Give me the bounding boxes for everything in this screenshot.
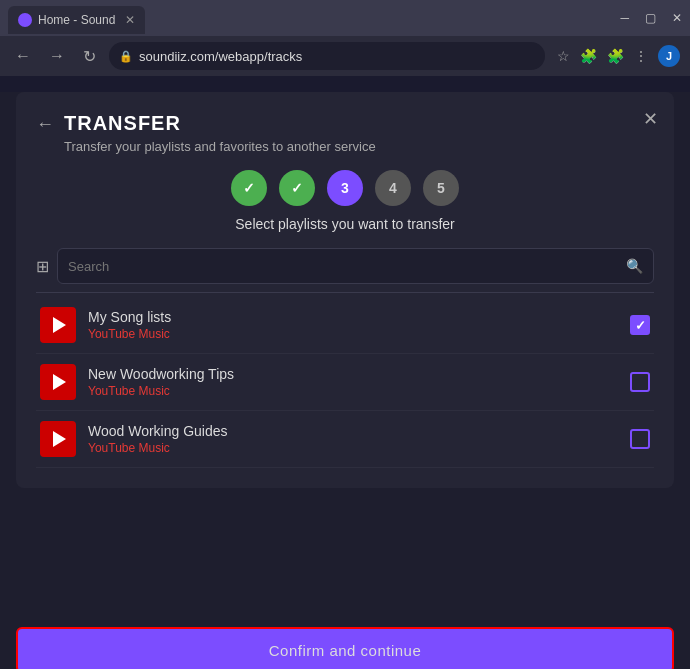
playlist-checkbox[interactable] [630, 429, 650, 449]
menu-icon[interactable]: ⋮ [634, 48, 648, 64]
extension1-icon[interactable]: 🧩 [580, 48, 597, 64]
back-nav-icon[interactable]: ← [10, 45, 36, 67]
playlist-name: Wood Working Guides [88, 423, 618, 439]
playlist-thumbnail [40, 421, 76, 457]
bottom-bar: Confirm and continue [0, 615, 690, 669]
step-4: 4 [375, 170, 411, 206]
playlist-list: My Song lists YouTube Music ✓ New Woodwo… [36, 297, 654, 468]
playlist-info: My Song lists YouTube Music [88, 309, 618, 341]
address-bar[interactable]: 🔒 soundiiz.com/webapp/tracks [109, 42, 545, 70]
browser-chrome: Home - Sound ✕ ─ ▢ ✕ ← → ↻ 🔒 soundiiz.co… [0, 0, 690, 76]
search-magnifier-icon: 🔍 [626, 258, 643, 274]
playlist-source: YouTube Music [88, 441, 618, 455]
playlist-name: New Woodworking Tips [88, 366, 618, 382]
playlist-item: Wood Working Guides YouTube Music [36, 411, 654, 468]
address-text: soundiiz.com/webapp/tracks [139, 49, 302, 64]
lock-icon: 🔒 [119, 50, 133, 63]
close-window-icon[interactable]: ✕ [672, 11, 682, 25]
play-icon [53, 317, 66, 333]
panel-back-button[interactable]: ← [36, 114, 54, 135]
star-icon[interactable]: ☆ [557, 48, 570, 64]
step-3: 3 [327, 170, 363, 206]
panel-close-button[interactable]: ✕ [643, 108, 658, 130]
step-5: 5 [423, 170, 459, 206]
search-divider [36, 292, 654, 293]
maximize-icon[interactable]: ▢ [645, 11, 656, 25]
playlist-checkbox[interactable] [630, 372, 650, 392]
play-icon [53, 374, 66, 390]
minimize-icon[interactable]: ─ [620, 11, 629, 25]
panel-header: ← TRANSFER [36, 112, 654, 135]
filter-icon[interactable]: ⊞ [36, 257, 49, 276]
tab-title: Home - Sound [38, 13, 115, 27]
search-container: 🔍 [57, 248, 654, 284]
step-2: ✓ [279, 170, 315, 206]
extension2-icon[interactable]: 🧩 [607, 48, 624, 64]
steps-instruction: Select playlists you want to transfer [36, 216, 654, 232]
playlist-checkbox[interactable]: ✓ [630, 315, 650, 335]
profile-avatar[interactable]: J [658, 45, 680, 67]
nav-bar: ← → ↻ 🔒 soundiiz.com/webapp/tracks ☆ 🧩 🧩… [0, 36, 690, 76]
nav-icons: ☆ 🧩 🧩 ⋮ J [557, 45, 680, 67]
browser-tab[interactable]: Home - Sound ✕ [8, 6, 145, 34]
step-1: ✓ [231, 170, 267, 206]
search-input[interactable] [68, 259, 620, 274]
tab-close-icon[interactable]: ✕ [125, 13, 135, 27]
playlist-source: YouTube Music [88, 327, 618, 341]
confirm-continue-button[interactable]: Confirm and continue [16, 627, 674, 669]
panel-title: TRANSFER [64, 112, 181, 135]
playlist-item: My Song lists YouTube Music ✓ [36, 297, 654, 354]
playlist-item: New Woodworking Tips YouTube Music [36, 354, 654, 411]
tab-favicon [18, 13, 32, 27]
transfer-panel: ← TRANSFER Transfer your playlists and f… [16, 92, 674, 488]
app-area: ← TRANSFER Transfer your playlists and f… [0, 92, 690, 669]
playlist-name: My Song lists [88, 309, 618, 325]
checkmark-icon: ✓ [635, 318, 646, 333]
playlist-info: New Woodworking Tips YouTube Music [88, 366, 618, 398]
playlist-info: Wood Working Guides YouTube Music [88, 423, 618, 455]
playlist-thumbnail [40, 364, 76, 400]
title-bar: Home - Sound ✕ ─ ▢ ✕ [0, 0, 690, 36]
play-icon [53, 431, 66, 447]
playlist-source: YouTube Music [88, 384, 618, 398]
search-row: ⊞ 🔍 [36, 248, 654, 284]
window-controls: ─ ▢ ✕ [620, 11, 682, 25]
playlist-thumbnail [40, 307, 76, 343]
reload-icon[interactable]: ↻ [78, 45, 101, 68]
panel-subtitle: Transfer your playlists and favorites to… [64, 139, 654, 154]
forward-nav-icon[interactable]: → [44, 45, 70, 67]
steps-indicator: ✓ ✓ 3 4 5 [36, 170, 654, 206]
